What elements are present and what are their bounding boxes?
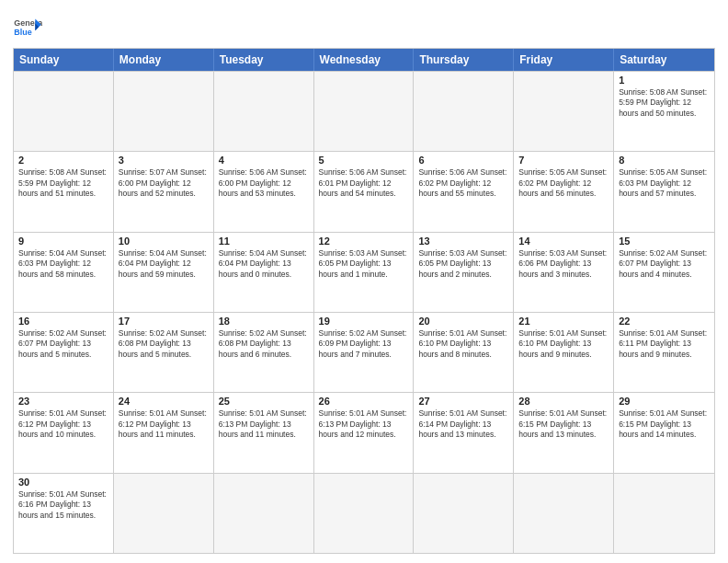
day-info: Sunrise: 5:01 AM Sunset: 6:10 PM Dayligh… bbox=[518, 328, 609, 360]
calendar-header-cell: Wednesday bbox=[314, 49, 415, 71]
day-number: 22 bbox=[619, 316, 710, 327]
day-info: Sunrise: 5:01 AM Sunset: 6:16 PM Dayligh… bbox=[18, 489, 108, 521]
calendar-day-cell: 11Sunrise: 5:04 AM Sunset: 6:04 PM Dayli… bbox=[214, 233, 314, 312]
day-number: 6 bbox=[418, 155, 508, 166]
day-info: Sunrise: 5:01 AM Sunset: 6:13 PM Dayligh… bbox=[319, 408, 409, 440]
day-info: Sunrise: 5:01 AM Sunset: 6:12 PM Dayligh… bbox=[18, 408, 108, 440]
calendar-day-cell: 6Sunrise: 5:06 AM Sunset: 6:02 PM Daylig… bbox=[414, 152, 514, 231]
day-number: 29 bbox=[619, 396, 710, 407]
calendar-day-cell: 13Sunrise: 5:03 AM Sunset: 6:05 PM Dayli… bbox=[414, 233, 514, 312]
calendar-empty-cell bbox=[514, 72, 614, 151]
day-number: 28 bbox=[518, 396, 609, 407]
day-number: 14 bbox=[518, 236, 609, 247]
day-info: Sunrise: 5:05 AM Sunset: 6:02 PM Dayligh… bbox=[518, 167, 609, 199]
day-number: 18 bbox=[219, 316, 309, 327]
calendar-empty-cell bbox=[114, 72, 214, 151]
day-number: 7 bbox=[518, 155, 609, 166]
calendar-week-row: 16Sunrise: 5:02 AM Sunset: 6:07 PM Dayli… bbox=[14, 312, 714, 392]
page-header: General Blue bbox=[13, 9, 715, 42]
calendar-day-cell: 9Sunrise: 5:04 AM Sunset: 6:03 PM Daylig… bbox=[14, 233, 114, 312]
calendar-header-cell: Friday bbox=[514, 49, 614, 71]
calendar-day-cell: 16Sunrise: 5:02 AM Sunset: 6:07 PM Dayli… bbox=[14, 313, 114, 392]
calendar-empty-cell bbox=[14, 72, 114, 151]
calendar-day-cell: 3Sunrise: 5:07 AM Sunset: 6:00 PM Daylig… bbox=[114, 152, 214, 231]
day-info: Sunrise: 5:07 AM Sunset: 6:00 PM Dayligh… bbox=[119, 167, 209, 199]
calendar-day-cell: 10Sunrise: 5:04 AM Sunset: 6:04 PM Dayli… bbox=[114, 233, 214, 312]
calendar-empty-cell bbox=[114, 474, 214, 553]
calendar-day-cell: 19Sunrise: 5:02 AM Sunset: 6:09 PM Dayli… bbox=[314, 313, 415, 392]
calendar-day-cell: 20Sunrise: 5:01 AM Sunset: 6:10 PM Dayli… bbox=[414, 313, 514, 392]
day-info: Sunrise: 5:04 AM Sunset: 6:03 PM Dayligh… bbox=[18, 248, 108, 280]
day-number: 4 bbox=[219, 155, 309, 166]
day-number: 9 bbox=[18, 236, 108, 247]
calendar-header-cell: Tuesday bbox=[214, 49, 314, 71]
calendar-empty-cell bbox=[514, 474, 614, 553]
calendar-header-cell: Thursday bbox=[414, 49, 514, 71]
calendar-empty-cell bbox=[214, 474, 314, 553]
calendar-day-cell: 24Sunrise: 5:01 AM Sunset: 6:12 PM Dayli… bbox=[114, 393, 214, 472]
calendar-day-cell: 28Sunrise: 5:01 AM Sunset: 6:15 PM Dayli… bbox=[514, 393, 614, 472]
day-info: Sunrise: 5:01 AM Sunset: 6:13 PM Dayligh… bbox=[219, 408, 309, 440]
day-number: 25 bbox=[219, 396, 309, 407]
day-info: Sunrise: 5:08 AM Sunset: 5:59 PM Dayligh… bbox=[619, 87, 710, 119]
calendar-day-cell: 4Sunrise: 5:06 AM Sunset: 6:00 PM Daylig… bbox=[214, 152, 314, 231]
day-info: Sunrise: 5:05 AM Sunset: 6:03 PM Dayligh… bbox=[619, 167, 710, 199]
day-number: 1 bbox=[619, 75, 710, 86]
calendar-header-cell: Sunday bbox=[14, 49, 114, 71]
calendar-day-cell: 17Sunrise: 5:02 AM Sunset: 6:08 PM Dayli… bbox=[114, 313, 214, 392]
svg-text:Blue: Blue bbox=[14, 28, 31, 37]
day-number: 8 bbox=[619, 155, 710, 166]
day-number: 15 bbox=[619, 236, 710, 247]
day-info: Sunrise: 5:06 AM Sunset: 6:00 PM Dayligh… bbox=[219, 167, 309, 199]
calendar-week-row: 23Sunrise: 5:01 AM Sunset: 6:12 PM Dayli… bbox=[14, 392, 714, 472]
calendar-day-cell: 25Sunrise: 5:01 AM Sunset: 6:13 PM Dayli… bbox=[214, 393, 314, 472]
day-info: Sunrise: 5:02 AM Sunset: 6:07 PM Dayligh… bbox=[619, 248, 710, 280]
day-info: Sunrise: 5:01 AM Sunset: 6:12 PM Dayligh… bbox=[119, 408, 209, 440]
day-info: Sunrise: 5:02 AM Sunset: 6:08 PM Dayligh… bbox=[119, 328, 209, 360]
calendar-day-cell: 22Sunrise: 5:01 AM Sunset: 6:11 PM Dayli… bbox=[614, 313, 714, 392]
calendar-day-cell: 8Sunrise: 5:05 AM Sunset: 6:03 PM Daylig… bbox=[614, 152, 714, 231]
calendar-day-cell: 23Sunrise: 5:01 AM Sunset: 6:12 PM Dayli… bbox=[14, 393, 114, 472]
day-number: 13 bbox=[418, 236, 508, 247]
day-number: 11 bbox=[219, 236, 309, 247]
calendar-day-cell: 21Sunrise: 5:01 AM Sunset: 6:10 PM Dayli… bbox=[514, 313, 614, 392]
calendar-empty-cell bbox=[214, 72, 314, 151]
day-info: Sunrise: 5:02 AM Sunset: 6:07 PM Dayligh… bbox=[18, 328, 108, 360]
calendar-day-cell: 15Sunrise: 5:02 AM Sunset: 6:07 PM Dayli… bbox=[614, 233, 714, 312]
day-info: Sunrise: 5:01 AM Sunset: 6:15 PM Dayligh… bbox=[518, 408, 609, 440]
day-number: 12 bbox=[319, 236, 409, 247]
calendar-day-cell: 2Sunrise: 5:08 AM Sunset: 5:59 PM Daylig… bbox=[14, 152, 114, 231]
day-number: 23 bbox=[18, 396, 108, 407]
calendar-empty-cell bbox=[314, 474, 415, 553]
day-info: Sunrise: 5:01 AM Sunset: 6:11 PM Dayligh… bbox=[619, 328, 710, 360]
day-info: Sunrise: 5:01 AM Sunset: 6:14 PM Dayligh… bbox=[418, 408, 508, 440]
calendar-week-row: 9Sunrise: 5:04 AM Sunset: 6:03 PM Daylig… bbox=[14, 232, 714, 312]
day-info: Sunrise: 5:03 AM Sunset: 6:05 PM Dayligh… bbox=[319, 248, 409, 280]
calendar-header-cell: Monday bbox=[114, 49, 214, 71]
day-info: Sunrise: 5:01 AM Sunset: 6:15 PM Dayligh… bbox=[619, 408, 710, 440]
calendar-day-cell: 18Sunrise: 5:02 AM Sunset: 6:08 PM Dayli… bbox=[214, 313, 314, 392]
day-number: 3 bbox=[119, 155, 209, 166]
day-number: 24 bbox=[119, 396, 209, 407]
day-info: Sunrise: 5:03 AM Sunset: 6:06 PM Dayligh… bbox=[518, 248, 609, 280]
calendar-day-cell: 27Sunrise: 5:01 AM Sunset: 6:14 PM Dayli… bbox=[414, 393, 514, 472]
day-info: Sunrise: 5:06 AM Sunset: 6:01 PM Dayligh… bbox=[319, 167, 409, 199]
calendar-week-row: 2Sunrise: 5:08 AM Sunset: 5:59 PM Daylig… bbox=[14, 151, 714, 231]
calendar-empty-cell bbox=[414, 72, 514, 151]
calendar-day-cell: 1Sunrise: 5:08 AM Sunset: 5:59 PM Daylig… bbox=[614, 72, 714, 151]
calendar-header-cell: Saturday bbox=[614, 49, 714, 71]
calendar-day-cell: 12Sunrise: 5:03 AM Sunset: 6:05 PM Dayli… bbox=[314, 233, 415, 312]
calendar-week-row: 1Sunrise: 5:08 AM Sunset: 5:59 PM Daylig… bbox=[14, 71, 714, 151]
day-number: 10 bbox=[119, 236, 209, 247]
day-info: Sunrise: 5:06 AM Sunset: 6:02 PM Dayligh… bbox=[418, 167, 508, 199]
calendar-day-cell: 26Sunrise: 5:01 AM Sunset: 6:13 PM Dayli… bbox=[314, 393, 415, 472]
calendar-week-row: 30Sunrise: 5:01 AM Sunset: 6:16 PM Dayli… bbox=[14, 473, 714, 553]
calendar-empty-cell bbox=[614, 474, 714, 553]
day-info: Sunrise: 5:02 AM Sunset: 6:08 PM Dayligh… bbox=[219, 328, 309, 360]
day-number: 16 bbox=[18, 316, 108, 327]
calendar-day-cell: 29Sunrise: 5:01 AM Sunset: 6:15 PM Dayli… bbox=[614, 393, 714, 472]
day-info: Sunrise: 5:02 AM Sunset: 6:09 PM Dayligh… bbox=[319, 328, 409, 360]
calendar-body: 1Sunrise: 5:08 AM Sunset: 5:59 PM Daylig… bbox=[14, 71, 714, 553]
calendar-day-cell: 14Sunrise: 5:03 AM Sunset: 6:06 PM Dayli… bbox=[514, 233, 614, 312]
calendar-day-cell: 30Sunrise: 5:01 AM Sunset: 6:16 PM Dayli… bbox=[14, 474, 114, 553]
